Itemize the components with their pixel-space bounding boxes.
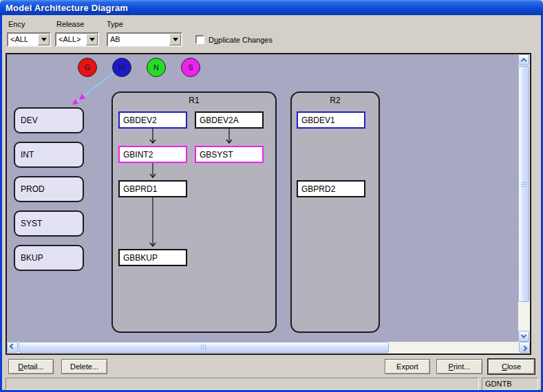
horizontal-scroll-thumb[interactable] bbox=[19, 342, 389, 353]
env-label: SYST bbox=[21, 219, 42, 228]
duplicate-changes-checkbox[interactable] bbox=[195, 35, 204, 44]
title-bar: Model Architecture Diagram bbox=[0, 0, 543, 15]
env-box-bkup[interactable]: BKUP bbox=[14, 245, 84, 271]
node-label: GBINT2 bbox=[123, 150, 153, 160]
group-title: R2 bbox=[292, 96, 379, 105]
chevron-left-icon bbox=[10, 343, 15, 349]
dialog-body: Ency Release Type <ALL <ALL> AB Duplicat… bbox=[2, 15, 541, 390]
node-label: GBDEV2A bbox=[200, 116, 239, 125]
type-combobox[interactable]: AB bbox=[107, 32, 182, 47]
chevron-down-icon bbox=[173, 38, 178, 44]
node-label: GBSYST bbox=[200, 150, 233, 160]
circle-letter: G bbox=[85, 63, 91, 72]
env-box-int[interactable]: INT bbox=[14, 142, 84, 168]
release-label: Release bbox=[56, 20, 84, 28]
diagram-canvas[interactable]: G M N S DEV INT PROD SYST BKUP R1 GBDEV2… bbox=[7, 54, 518, 342]
status-bar-message bbox=[6, 378, 479, 390]
node-gbdev1[interactable]: GBDEV1 bbox=[297, 111, 365, 129]
ency-label: Ency bbox=[8, 20, 25, 28]
node-label: GBBKUP bbox=[123, 253, 158, 263]
scroll-right-button[interactable] bbox=[519, 342, 530, 353]
model-name: GDNTB bbox=[485, 380, 512, 388]
legend-circle-m[interactable]: M bbox=[112, 58, 131, 77]
node-gbprd1[interactable]: GBPRD1 bbox=[118, 180, 187, 197]
env-label: DEV bbox=[21, 116, 38, 125]
ency-dropdown-button[interactable] bbox=[38, 34, 50, 45]
env-label: PROD bbox=[21, 184, 45, 194]
type-value: AB bbox=[110, 35, 120, 43]
node-label: GBPRD2 bbox=[301, 184, 335, 194]
group-title: R1 bbox=[113, 96, 275, 105]
legend-circle-g[interactable]: G bbox=[78, 58, 97, 77]
chevron-down-icon bbox=[521, 332, 526, 338]
node-label: GBDEV1 bbox=[301, 116, 335, 125]
env-box-syst[interactable]: SYST bbox=[14, 210, 84, 237]
env-label: BKUP bbox=[21, 253, 43, 263]
selection-arrowhead-icon bbox=[79, 94, 85, 100]
chevron-right-icon bbox=[522, 345, 527, 351]
detail-button[interactable]: Detail... bbox=[8, 359, 54, 374]
delete-button[interactable]: Delete... bbox=[61, 359, 107, 374]
release-dropdown-button[interactable] bbox=[86, 34, 98, 45]
vertical-scrollbar[interactable] bbox=[518, 54, 530, 342]
env-box-prod[interactable]: PROD bbox=[14, 176, 84, 202]
close-button[interactable]: Close bbox=[488, 359, 535, 374]
node-gbdev2[interactable]: GBDEV2 bbox=[118, 111, 187, 129]
status-bar-model: GDNTB bbox=[482, 378, 538, 390]
duplicate-changes-label: Duplicate Changes bbox=[209, 36, 273, 44]
scroll-down-button[interactable] bbox=[518, 331, 529, 342]
circle-letter: N bbox=[153, 63, 159, 72]
vertical-scroll-thumb[interactable] bbox=[518, 66, 529, 302]
print-button[interactable]: Print... bbox=[436, 359, 482, 374]
selection-arrowhead-icon bbox=[72, 99, 78, 105]
scroll-left-button[interactable] bbox=[7, 342, 18, 353]
release-value: <ALL> bbox=[58, 35, 81, 43]
selection-line bbox=[74, 73, 114, 104]
type-dropdown-button[interactable] bbox=[169, 34, 181, 45]
node-label: GBPRD1 bbox=[123, 184, 157, 194]
type-label: Type bbox=[107, 20, 123, 28]
chevron-down-icon bbox=[89, 38, 95, 44]
env-box-dev[interactable]: DEV bbox=[14, 107, 84, 133]
node-gbbkup[interactable]: GBBKUP bbox=[118, 249, 187, 266]
legend-circle-s[interactable]: S bbox=[181, 58, 200, 77]
window-title: Model Architecture Diagram bbox=[0, 3, 128, 13]
export-button[interactable]: Export bbox=[385, 359, 430, 374]
node-gbdev2a[interactable]: GBDEV2A bbox=[195, 111, 264, 129]
node-gbsyst[interactable]: GBSYST bbox=[195, 146, 264, 163]
dialog-window: Model Architecture Diagram Ency Release … bbox=[0, 0, 543, 392]
circle-letter: M bbox=[118, 63, 125, 72]
diagram-frame: G M N S DEV INT PROD SYST BKUP R1 GBDEV2… bbox=[6, 53, 531, 355]
ency-combobox[interactable]: <ALL bbox=[7, 32, 51, 47]
scroll-up-button[interactable] bbox=[518, 54, 529, 65]
chevron-up-icon bbox=[521, 58, 526, 63]
release-combobox[interactable]: <ALL> bbox=[55, 32, 99, 47]
ency-value: <ALL bbox=[10, 35, 28, 43]
node-gbprd2[interactable]: GBPRD2 bbox=[297, 180, 365, 197]
chevron-down-icon bbox=[41, 38, 47, 44]
env-label: INT bbox=[21, 150, 34, 160]
node-gbint2[interactable]: GBINT2 bbox=[118, 146, 187, 163]
legend-circle-n[interactable]: N bbox=[147, 58, 166, 77]
horizontal-scrollbar[interactable] bbox=[7, 342, 530, 353]
thumb-grip-icon bbox=[201, 345, 207, 350]
node-label: GBDEV2 bbox=[123, 116, 157, 125]
thumb-grip-icon bbox=[521, 181, 526, 187]
circle-letter: S bbox=[188, 63, 193, 72]
